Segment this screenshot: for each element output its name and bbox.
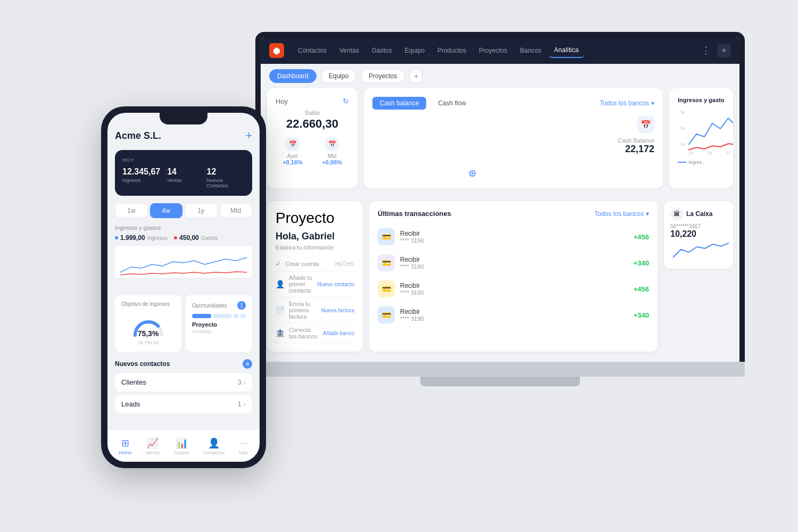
- nc-item-leads[interactable]: Leads 1 ›: [115, 395, 252, 413]
- nav-gastos[interactable]: Gastos: [367, 44, 397, 57]
- phone-stat-ventas: 14 Ventas: [167, 167, 205, 188]
- tab-dashboard[interactable]: Dashboard: [269, 69, 317, 83]
- lacaixa-card: 🏛 La Caixa 56******3467 10,220: [664, 201, 733, 269]
- goal-sub: 18.750,00: [121, 340, 175, 345]
- today-label: Hoy: [276, 97, 288, 105]
- opor-bar: [192, 314, 246, 318]
- trans-title: Últimas transacciones: [378, 210, 451, 218]
- svg-rect-7: [115, 246, 252, 278]
- gastos-nav-icon: 📊: [176, 437, 188, 449]
- trans-item-2: 💳 Recibir **** 3190 +340: [378, 250, 649, 276]
- trans-amount-1: +456: [634, 233, 649, 241]
- period-tab-1y[interactable]: 1y: [185, 203, 218, 218]
- trans-amount-4: +340: [634, 311, 649, 319]
- anadir-banco-link[interactable]: Añadir banco: [323, 330, 354, 336]
- laptop-stand: [420, 377, 580, 386]
- cash-card-header: Cash balance Cash flow Todos los bancos …: [372, 97, 654, 110]
- phone-nav-ventas-label: Ventas: [145, 450, 160, 455]
- nav-proyectos[interactable]: Proyectos: [473, 44, 512, 57]
- ventas-nav-icon: 📈: [147, 437, 159, 449]
- nc-item-clientes[interactable]: Clientes 3 ›: [115, 373, 252, 392]
- ing-val-ingresos: 1.999,00 Ingresos: [115, 234, 168, 242]
- nav-analitica[interactable]: Analítica: [549, 43, 584, 58]
- gauge-wrapper: 75,3%: [130, 311, 167, 338]
- cash-balance-btn[interactable]: Cash balance: [372, 97, 426, 110]
- top-row: Hoy ↻ Saldo 22.660,30 📅 Ayer +0,16%: [267, 88, 733, 188]
- phone-nav-home[interactable]: ⊞ Home: [119, 437, 131, 455]
- svg-marker-0: [273, 47, 280, 55]
- phone-add-button[interactable]: +: [245, 129, 252, 143]
- trans-item-4: 💳 Recibir **** 3190 +340: [378, 302, 649, 328]
- opor-badge: 1: [237, 301, 246, 310]
- nc-title: Nuevos contactos: [115, 360, 170, 368]
- opor-project-name: Proyecto: [192, 321, 246, 328]
- user-add-icon: 👤: [276, 280, 285, 288]
- period-stats: 📅 Ayer +0,16% 📅 Mtd +0,06%: [276, 137, 349, 165]
- tab-add-button[interactable]: +: [409, 69, 423, 83]
- phone-stat-contactos: 12 Nuevos Contactos: [207, 167, 245, 188]
- phone-stats-card: HOY 12.345,67 Ingresos 14 Ventas 12 Nuev: [115, 150, 252, 196]
- nav-ventas[interactable]: Ventas: [334, 44, 364, 57]
- period-tab-mtd[interactable]: Mtd: [220, 203, 253, 218]
- nc-chevron-clientes: ›: [244, 378, 246, 386]
- today-header: Hoy ↻: [276, 97, 349, 105]
- tab-proyectos[interactable]: Proyectos: [361, 69, 405, 83]
- mtd-stat: 📅 Mtd +0,06%: [315, 137, 349, 165]
- phone-bottom-nav: ⊞ Home 📈 Ventas 📊 Gastos 👤 Contactos ⋯: [107, 430, 260, 462]
- nav-equipo[interactable]: Equipo: [400, 44, 430, 57]
- app-logo: [269, 43, 284, 58]
- nc-count-leads: 1 ›: [237, 400, 246, 408]
- laptop-base: [255, 362, 745, 377]
- cash-balance-info: 📅 Cash Balance 22,172: [601, 116, 654, 180]
- trans-type-4: Recibir: [400, 308, 424, 315]
- ing-name-ingresos: Ingresos: [147, 235, 168, 241]
- trans-bank-selector[interactable]: Todos los bancos ▾: [594, 210, 649, 218]
- desktop-tabs: Dashboard Equipo Proyectos +: [261, 64, 739, 88]
- nc-header: Nuevos contactos 4: [115, 359, 252, 369]
- mas-nav-icon: ⋯: [239, 437, 248, 449]
- laptop-screen: Contactos Ventas Gastos Equipo Productos…: [261, 37, 739, 362]
- nav-more-dots[interactable]: ⋮: [697, 43, 715, 59]
- period-tab-1w[interactable]: 1w: [115, 203, 148, 218]
- todo-primer-contacto: 👤 Añade tu primer contacto Nuevo contact…: [276, 271, 354, 297]
- lacaixa-account: 56******3467: [670, 223, 727, 229]
- nav-productos[interactable]: Productos: [432, 44, 471, 57]
- opor-bar-filled: [192, 314, 211, 318]
- todo-text-crear: Crear cuenta: [285, 261, 331, 267]
- period-tab-4w[interactable]: 4w: [150, 203, 183, 218]
- nav-plus-button[interactable]: +: [717, 44, 731, 57]
- nav-bancos[interactable]: Bancos: [515, 44, 547, 57]
- phone-nav-gastos[interactable]: 📊 Gastos: [174, 437, 189, 455]
- phone-nav-contactos[interactable]: 👤 Contactos: [203, 437, 225, 455]
- todo-conecta-bancos: 🏦 Conecta tus bancos Añadir banco: [276, 323, 354, 343]
- tab-equipo[interactable]: Equipo: [321, 69, 356, 83]
- mtd-value: +0,06%: [315, 159, 349, 165]
- transactions-card: Últimas transacciones Todos los bancos ▾…: [369, 201, 658, 352]
- trans-icon-2: 💳: [378, 254, 395, 271]
- refresh-icon[interactable]: ↻: [343, 97, 349, 105]
- cash-flow-btn[interactable]: Cash flow: [430, 97, 473, 110]
- phone-nav-mas[interactable]: ⋯ Más: [239, 437, 248, 455]
- goal-opor-row: Objetivo de ingresos 75,3% 18.750,00: [115, 295, 252, 352]
- bank-selector[interactable]: Todos los bancos ▾: [600, 99, 654, 107]
- nuevo-contacto-link[interactable]: Nuevo contacto: [318, 281, 355, 287]
- cash-chart-area: 📅 Cash Balance 22,172: [372, 116, 654, 180]
- ing-value-ingresos: 1.999,00: [120, 234, 145, 242]
- lacaixa-logo-icon: 🏛: [670, 207, 683, 220]
- oportunidades-card: Oportunidades 1 Proyecto Contacto: [186, 295, 252, 352]
- opor-header: Oportunidades 1: [192, 301, 246, 310]
- nueva-factura-link[interactable]: Nueva factura: [321, 307, 354, 313]
- ayer-label: Ayer: [276, 153, 310, 159]
- opor-bar-filled2: [213, 314, 232, 318]
- todo-text-banco: Conecta tus bancos: [289, 327, 319, 339]
- phone-outer: Acme S.L. + HOY 12.345,67 Ingresos 14 Ve…: [101, 106, 266, 468]
- phone-nav-ventas[interactable]: 📈 Ventas: [145, 437, 160, 455]
- svg-text:3k: 3k: [680, 110, 685, 115]
- trans-num-3: **** 3190: [400, 289, 424, 296]
- nav-contactos[interactable]: Contactos: [293, 44, 332, 57]
- desktop-content: Hoy ↻ Saldo 22.660,30 📅 Ayer +0,16%: [261, 88, 739, 360]
- phone-ingresos-chart: [115, 246, 252, 278]
- ing-title: Ingresos y gastos: [115, 225, 252, 231]
- lacaixa-chart: [670, 239, 729, 260]
- phone-stat-name-contactos: Nuevos Contactos: [207, 178, 239, 188]
